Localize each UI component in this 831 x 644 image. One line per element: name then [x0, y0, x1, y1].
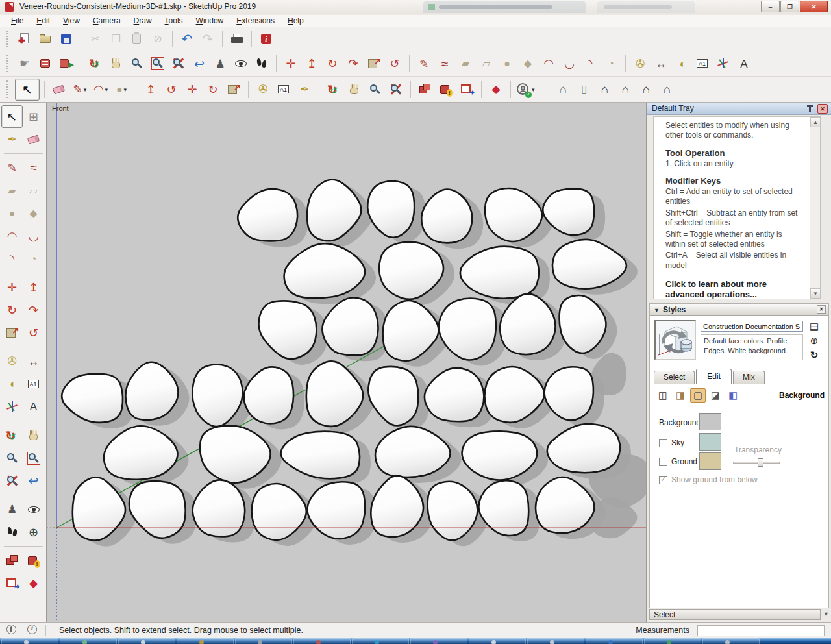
instructor-scrollbar[interactable]: ▲ ▼ — [810, 117, 820, 299]
ground-color-swatch[interactable] — [699, 452, 721, 470]
line-tool-button[interactable]: ✎ — [1, 156, 23, 179]
taskbar-item[interactable] — [410, 638, 467, 644]
view-back-button[interactable]: ⌂ — [637, 80, 656, 99]
look-around-tool-button[interactable] — [23, 498, 44, 521]
print-button[interactable] — [227, 29, 247, 49]
rotate-button[interactable]: ↻ — [323, 54, 342, 73]
pan-tool-button[interactable] — [345, 80, 364, 99]
pin-icon[interactable] — [804, 104, 813, 114]
eraser-tool-button[interactable] — [49, 80, 69, 99]
rotated-rectangle-tool-button[interactable]: ▱ — [23, 179, 44, 202]
cut-button[interactable]: ✂ — [86, 29, 105, 49]
move-tool-button[interactable]: ✛ — [182, 80, 202, 99]
paint-bucket-tool-button[interactable]: ✒ — [295, 80, 314, 99]
follow-me-button[interactable]: ↷ — [343, 54, 363, 73]
menu-extensions[interactable]: Extensions — [230, 16, 280, 26]
two-point-arc-button[interactable]: ◡ — [560, 54, 579, 73]
two-point-arc-tool-button[interactable]: ◡ — [23, 225, 44, 247]
measurements-input[interactable] — [697, 625, 825, 636]
look-around-button[interactable] — [231, 54, 251, 73]
minimize-button[interactable]: – — [761, 1, 780, 12]
text-button[interactable]: A1 — [693, 54, 712, 73]
show-ground-checkbox[interactable] — [659, 476, 667, 484]
maximize-button[interactable]: ❐ — [780, 1, 799, 12]
face-settings-button[interactable]: ◨ — [673, 388, 688, 402]
zoom-extents-button[interactable] — [169, 54, 188, 73]
pointing-hand-button[interactable]: ☛ — [15, 54, 34, 73]
credits-info-icon[interactable]: i — [26, 623, 40, 638]
tray-scroll-down-icon[interactable]: ▼ — [823, 611, 829, 617]
follow-me-tool-button[interactable]: ↷ — [23, 299, 44, 321]
windows-taskbar[interactable] — [0, 638, 831, 644]
polygon-button[interactable]: ◆ — [518, 54, 538, 73]
rectangle-button[interactable]: ▰ — [456, 54, 475, 73]
scale-tool-button[interactable]: ↗ — [224, 80, 243, 99]
open-model-button[interactable] — [36, 29, 55, 49]
tape-measure-tool-button[interactable]: ✇ — [253, 80, 273, 99]
create-new-style-icon[interactable]: ⊕ — [808, 335, 821, 348]
freehand-button[interactable]: ≈ — [435, 54, 454, 73]
polygon-tool-button[interactable]: ◆ — [23, 202, 44, 225]
line-button[interactable]: ✎ — [414, 54, 434, 73]
axes-button[interactable] — [713, 54, 733, 73]
text-tool-button[interactable]: A1 — [274, 80, 293, 99]
move-tool-button[interactable]: ✛ — [1, 276, 23, 299]
menu-draw[interactable]: Draw — [128, 16, 158, 26]
erase-button[interactable]: ⊘ — [148, 29, 167, 49]
copy-button[interactable]: ❐ — [106, 29, 126, 49]
zoom-tool-button[interactable] — [366, 80, 385, 99]
warehouse-3d-button[interactable] — [416, 80, 435, 99]
model-viewport[interactable]: Front — [47, 103, 646, 622]
pie-tool-button[interactable]: ◔ — [23, 247, 44, 270]
sky-checkbox[interactable] — [659, 439, 667, 447]
taskbar-item[interactable] — [177, 638, 234, 644]
save-model-button[interactable] — [56, 29, 76, 49]
ruby-console-tool-button[interactable]: ◆ — [23, 572, 44, 595]
menu-edit[interactable]: Edit — [31, 16, 56, 26]
menu-file[interactable]: File — [5, 16, 29, 26]
redo-button[interactable]: ↷ — [198, 29, 217, 49]
view-top-button[interactable]: ▯ — [575, 80, 594, 99]
three-point-arc-tool-button[interactable]: ◝ — [1, 247, 23, 270]
tape-measure-tool-button[interactable]: ✇ — [1, 350, 23, 373]
freehand-tool-button[interactable]: ≈ — [23, 156, 44, 179]
eraser-tool-button[interactable] — [23, 128, 44, 151]
paste-button[interactable] — [127, 29, 147, 49]
view-front-button[interactable]: ⌂ — [595, 80, 615, 99]
send-to-layout-button[interactable]: ➜ — [457, 80, 477, 99]
push-pull-button[interactable]: ↥ — [302, 54, 321, 73]
menu-tools[interactable]: Tools — [159, 16, 189, 26]
rectangle-tool-button[interactable]: ▰ — [1, 179, 23, 202]
taskbar-item[interactable] — [235, 638, 292, 644]
tab-select[interactable]: Select — [654, 371, 695, 384]
menu-camera[interactable]: Camera — [87, 16, 127, 26]
text-tool-button[interactable]: A1 — [23, 373, 44, 395]
scroll-up-icon[interactable]: ▲ — [810, 117, 821, 127]
geolocation-icon[interactable] — [5, 623, 19, 638]
offset-button[interactable]: ↺ — [385, 54, 404, 73]
style-thumbnail[interactable] — [654, 320, 696, 360]
menu-window[interactable]: Window — [190, 16, 230, 26]
rotate-tool-button[interactable]: ↻ — [203, 80, 223, 99]
three-point-arc-button[interactable]: ◝ — [580, 54, 600, 73]
threed-text-button[interactable]: A — [734, 54, 754, 73]
taskbar-item[interactable] — [702, 638, 760, 644]
zoom-window-tool-button[interactable] — [23, 447, 44, 469]
navigation-compass-tool-button[interactable]: ⊕ — [23, 521, 44, 543]
modeling-settings-button[interactable]: ◧ — [725, 388, 741, 402]
arc-tool-button[interactable]: ◠ — [1, 225, 23, 247]
zoom-previous-button[interactable]: ↩ — [190, 54, 209, 73]
tab-edit[interactable]: Edit — [696, 369, 732, 384]
view-iso-button[interactable]: ⌂ — [554, 80, 573, 99]
slider-thumb[interactable] — [758, 458, 763, 467]
offset-tool-button[interactable]: ↺ — [162, 80, 181, 99]
dimension-button[interactable]: ↔ — [651, 54, 671, 73]
undo-button[interactable]: ↶ — [177, 29, 197, 49]
select-tool-button[interactable]: ↖ — [15, 79, 40, 101]
styles-panel-header[interactable]: ▼Styles ✕ — [650, 304, 828, 316]
rotated-rectangle-button[interactable]: ▱ — [477, 54, 496, 73]
menu-help[interactable]: Help — [282, 16, 310, 26]
taskbar-item[interactable] — [644, 638, 701, 644]
ruby-console-button[interactable]: ◆ — [486, 80, 506, 99]
taskbar-item[interactable] — [60, 638, 117, 644]
